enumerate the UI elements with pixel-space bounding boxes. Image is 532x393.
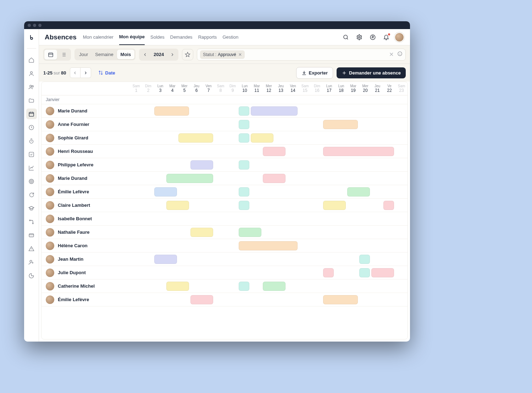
tab-rapports[interactable]: Rapports bbox=[198, 29, 217, 45]
absence-bar[interactable] bbox=[383, 201, 394, 210]
next-page-button[interactable] bbox=[81, 67, 91, 78]
absence-bar[interactable] bbox=[239, 228, 261, 237]
nav-calendar-icon[interactable] bbox=[26, 109, 37, 119]
export-button[interactable]: Exporter bbox=[296, 67, 333, 79]
person-name[interactable]: Émilie Lefèvre bbox=[58, 297, 89, 302]
nav-check-icon[interactable] bbox=[28, 151, 35, 158]
nav-target-icon[interactable] bbox=[28, 178, 35, 185]
absence-bar[interactable] bbox=[239, 201, 249, 210]
search-icon[interactable] bbox=[343, 34, 349, 40]
tab-soldes[interactable]: Soldes bbox=[150, 29, 165, 45]
traffic-light-max[interactable] bbox=[38, 24, 41, 27]
absence-bar[interactable] bbox=[359, 268, 370, 277]
absence-bar[interactable] bbox=[239, 120, 249, 129]
filter-bar[interactable]: Statut : Approuvé ✕ ✕ bbox=[197, 49, 406, 61]
clear-filters-icon[interactable]: ✕ bbox=[389, 51, 394, 58]
person-name[interactable]: Marie Durand bbox=[58, 108, 87, 114]
person-name[interactable]: Anne Fournier bbox=[58, 122, 89, 127]
person-name[interactable]: Catherine Michel bbox=[58, 283, 95, 289]
prev-page-button[interactable] bbox=[70, 67, 81, 78]
bell-icon[interactable] bbox=[383, 34, 389, 40]
absence-bar[interactable] bbox=[239, 282, 249, 291]
person-name[interactable]: Nathalie Faure bbox=[58, 229, 90, 235]
app-logo[interactable] bbox=[28, 34, 35, 40]
person-name[interactable]: Claire Lambert bbox=[58, 203, 90, 208]
absence-bar[interactable] bbox=[323, 201, 346, 210]
absence-bar[interactable] bbox=[166, 282, 189, 291]
absence-bar[interactable] bbox=[323, 120, 358, 129]
absence-bar[interactable] bbox=[347, 187, 370, 196]
person-name[interactable]: Hélène Caron bbox=[58, 243, 88, 248]
day-button[interactable]: Jour bbox=[76, 50, 92, 59]
absence-bar[interactable] bbox=[323, 268, 334, 277]
favorite-button[interactable] bbox=[182, 49, 193, 60]
absence-bar[interactable] bbox=[239, 187, 249, 196]
absence-bar[interactable] bbox=[323, 147, 394, 156]
nav-learn-icon[interactable] bbox=[28, 205, 35, 212]
absence-bar[interactable] bbox=[154, 255, 177, 264]
person-name[interactable]: Jean Martin bbox=[58, 256, 83, 262]
person-name[interactable]: Philippe Lefevre bbox=[58, 162, 93, 167]
next-year-button[interactable] bbox=[167, 50, 177, 60]
prev-year-button[interactable] bbox=[140, 50, 150, 60]
absence-bar[interactable] bbox=[190, 295, 213, 304]
absence-bar[interactable] bbox=[178, 133, 213, 143]
person-name[interactable]: Sophie Girard bbox=[58, 135, 88, 140]
day-header: Lun10 bbox=[239, 82, 251, 95]
tab-mon-calendrier[interactable]: Mon calendrier bbox=[83, 29, 113, 45]
info-icon[interactable] bbox=[397, 51, 403, 58]
nav-adduser-icon[interactable] bbox=[28, 259, 35, 266]
tab-mon-équipe[interactable]: Mon équipe bbox=[119, 29, 145, 45]
absence-bar[interactable] bbox=[263, 174, 286, 183]
person-name[interactable]: Henri Rousseau bbox=[58, 149, 93, 154]
absence-bar[interactable] bbox=[251, 133, 273, 143]
tab-gestion[interactable]: Gestion bbox=[222, 29, 238, 45]
absence-bar[interactable] bbox=[359, 255, 370, 264]
request-absence-button[interactable]: Demander une absence bbox=[337, 67, 406, 78]
user-avatar[interactable] bbox=[394, 32, 404, 42]
nav-warn-icon[interactable] bbox=[28, 245, 35, 252]
absence-bar[interactable] bbox=[166, 174, 213, 183]
absence-bar[interactable] bbox=[371, 268, 394, 277]
traffic-light-close[interactable] bbox=[28, 24, 31, 27]
week-button[interactable]: Semaine bbox=[92, 50, 117, 59]
list-view-button[interactable] bbox=[57, 50, 70, 60]
nav-timer-icon[interactable] bbox=[28, 137, 35, 144]
absence-bar[interactable] bbox=[263, 147, 286, 156]
absence-bar[interactable] bbox=[251, 106, 298, 116]
month-button[interactable]: Mois bbox=[117, 50, 135, 59]
absence-bar[interactable] bbox=[323, 295, 358, 304]
person-name[interactable]: Marie Durand bbox=[58, 176, 87, 181]
nav-chat-icon[interactable] bbox=[28, 191, 35, 198]
tab-demandes[interactable]: Demandes bbox=[170, 29, 193, 45]
nav-clock-icon[interactable] bbox=[28, 124, 35, 131]
person-name[interactable]: Julie Dupont bbox=[58, 270, 86, 275]
remove-filter-icon[interactable]: ✕ bbox=[238, 52, 242, 57]
absence-bar[interactable] bbox=[239, 133, 249, 143]
absence-bar[interactable] bbox=[190, 228, 213, 237]
calendar-view-button[interactable] bbox=[44, 50, 57, 60]
traffic-light-min[interactable] bbox=[33, 24, 36, 27]
compass-icon[interactable] bbox=[370, 34, 376, 40]
nav-team-icon[interactable] bbox=[28, 83, 35, 90]
nav-chart-icon[interactable] bbox=[28, 164, 35, 171]
absence-bar[interactable] bbox=[239, 160, 249, 170]
nav-card-icon[interactable] bbox=[28, 232, 35, 239]
gear-icon[interactable] bbox=[356, 34, 362, 40]
absence-bar[interactable] bbox=[154, 106, 189, 116]
nav-home-icon[interactable] bbox=[28, 56, 35, 63]
absence-bar[interactable] bbox=[166, 201, 189, 210]
nav-flow-icon[interactable] bbox=[28, 218, 35, 225]
nav-user-icon[interactable] bbox=[28, 70, 35, 77]
sort-button[interactable]: Date bbox=[95, 68, 119, 78]
person-name[interactable]: Émilie Lefèvre bbox=[58, 189, 89, 194]
absence-bar[interactable] bbox=[239, 106, 249, 116]
absence-bar[interactable] bbox=[239, 241, 298, 250]
absence-bar[interactable] bbox=[190, 160, 213, 170]
filter-chip-status[interactable]: Statut : Approuvé ✕ bbox=[200, 50, 244, 59]
absence-bar[interactable] bbox=[154, 187, 177, 196]
nav-pie-icon[interactable] bbox=[28, 272, 35, 279]
nav-folder-icon[interactable] bbox=[28, 97, 35, 104]
person-name[interactable]: Isabelle Bonnet bbox=[58, 216, 92, 221]
absence-bar[interactable] bbox=[263, 282, 286, 291]
